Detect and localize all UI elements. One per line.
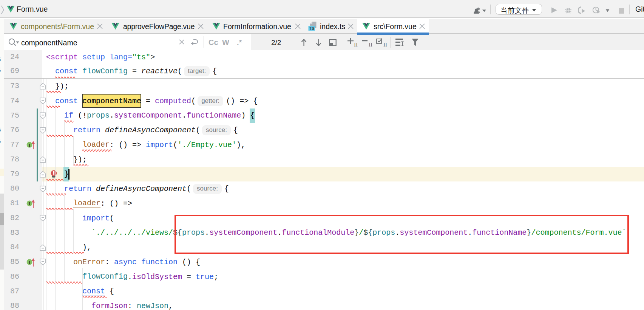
svg-text:II: II [369,42,372,47]
svg-text:I: I [28,259,30,265]
svg-text:TS: TS [309,26,314,31]
svg-text:II: II [383,42,387,47]
svg-text:II: II [354,42,358,47]
svg-text:I: I [28,142,30,148]
svg-text:I: I [28,201,30,206]
